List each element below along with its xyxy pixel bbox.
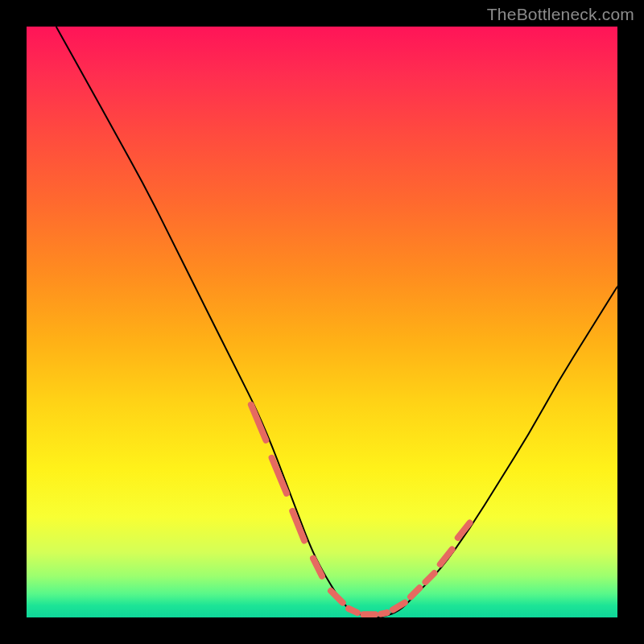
plot-area <box>27 27 617 617</box>
highlight-dash <box>393 603 405 610</box>
bottleneck-curve <box>56 27 617 617</box>
highlight-dash <box>349 609 357 613</box>
watermark-text: TheBottleneck.com <box>487 5 634 24</box>
highlight-dash <box>313 559 322 576</box>
highlight-dash <box>251 405 266 440</box>
highlight-dash <box>411 588 419 597</box>
highlight-dash <box>426 573 435 582</box>
highlight-dash <box>331 591 343 603</box>
highlight-markers <box>251 405 470 615</box>
curve-layer <box>27 27 617 617</box>
chart-frame: TheBottleneck.com <box>0 0 644 644</box>
highlight-dash <box>381 613 386 614</box>
